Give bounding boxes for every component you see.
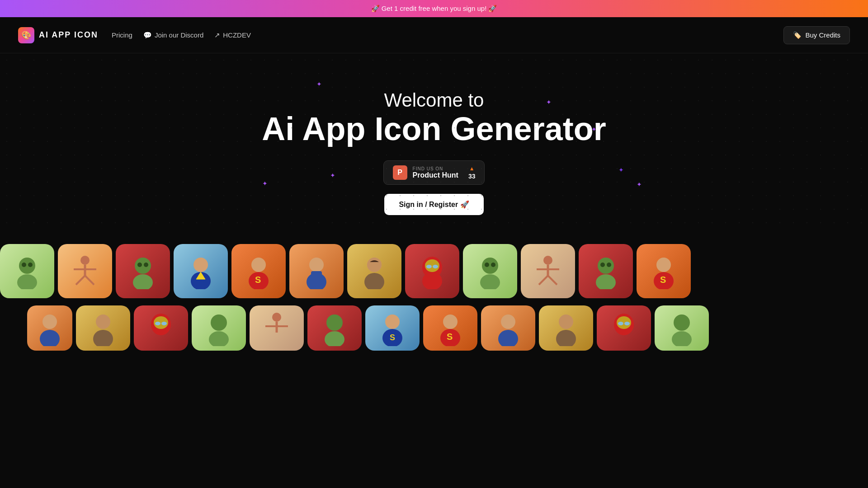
logo-icon: 🎨	[18, 27, 34, 43]
icon-card	[481, 305, 535, 351]
logo-text: AI APP ICON	[39, 30, 98, 40]
svg-point-31	[482, 258, 498, 274]
svg-point-12	[144, 263, 148, 267]
pricing-label: Pricing	[112, 31, 132, 39]
icon-card	[307, 305, 362, 351]
hczdev-icon: ↗	[214, 31, 220, 39]
icon-card	[655, 305, 709, 351]
svg-point-0	[19, 258, 35, 274]
nav-hczdev[interactable]: ↗ HCZDEV	[214, 31, 251, 39]
icon-card	[539, 305, 593, 351]
icon-card	[250, 305, 304, 351]
navbar: 🎨 AI APP ICON Pricing 💬 Join our Discord…	[0, 17, 868, 53]
svg-point-74	[618, 322, 623, 325]
svg-rect-22	[311, 271, 322, 284]
icon-image	[69, 253, 101, 289]
svg-point-68	[501, 314, 515, 329]
nav-links: Pricing 💬 Join our Discord ↗ HCZDEV	[112, 31, 783, 39]
icon-image	[532, 253, 564, 289]
icon-image: S	[646, 253, 682, 289]
svg-point-1	[17, 274, 37, 289]
svg-text:S: S	[660, 275, 666, 285]
svg-point-32	[480, 274, 500, 289]
svg-point-28	[426, 265, 432, 268]
svg-text:S: S	[255, 275, 261, 285]
signin-label: Sign in / Register 🚀	[399, 201, 469, 208]
svg-text:S: S	[390, 333, 395, 342]
svg-point-11	[137, 263, 142, 267]
icon-image	[143, 310, 179, 346]
svg-point-43	[607, 263, 611, 267]
icon-image: S	[241, 253, 277, 289]
svg-point-49	[96, 314, 110, 329]
icon-card	[0, 244, 54, 298]
icon-image	[356, 253, 392, 289]
svg-point-13	[193, 258, 208, 272]
logo-area[interactable]: 🎨 AI APP ICON	[18, 27, 98, 43]
icon-image	[201, 310, 237, 346]
star-decoration-5: ✦	[637, 181, 642, 188]
discord-icon: 💬	[143, 31, 152, 39]
star-decoration-6: ✦	[262, 180, 268, 187]
svg-point-41	[596, 274, 616, 289]
icon-image	[588, 253, 624, 289]
icon-image	[298, 253, 335, 289]
svg-point-40	[598, 258, 614, 274]
star-decoration-2: ✦	[546, 99, 552, 106]
svg-point-2	[22, 263, 26, 267]
svg-point-75	[624, 322, 630, 325]
icon-card: S	[174, 244, 228, 298]
signin-button[interactable]: Sign in / Register 🚀	[384, 194, 483, 215]
icon-image	[32, 310, 68, 346]
product-hunt-count: ▲ 33	[468, 165, 476, 180]
star-decoration-4: ✦	[330, 172, 335, 179]
product-hunt-logo: P	[393, 165, 407, 180]
svg-point-48	[40, 330, 60, 346]
svg-line-38	[539, 276, 548, 285]
product-hunt-name: Product Hunt	[413, 171, 458, 179]
icon-image: S	[183, 253, 219, 289]
svg-point-17	[251, 258, 266, 272]
svg-point-9	[135, 258, 151, 274]
buy-credits-button[interactable]: 🏷️ Buy Credits	[783, 26, 850, 44]
svg-point-20	[309, 258, 324, 272]
svg-point-53	[155, 322, 160, 325]
svg-point-3	[28, 263, 33, 267]
svg-line-8	[85, 276, 94, 285]
icon-image	[490, 310, 526, 346]
nav-discord[interactable]: 💬 Join our Discord	[143, 31, 203, 39]
icon-card: S	[637, 244, 691, 298]
icon-card: S	[231, 244, 286, 298]
icon-image	[261, 310, 292, 346]
star-decoration-3: ✦	[591, 126, 597, 133]
icon-card	[347, 244, 401, 298]
nav-pricing[interactable]: Pricing	[112, 31, 132, 39]
icon-image	[664, 310, 700, 346]
product-hunt-number: 33	[468, 173, 476, 180]
icon-image	[606, 310, 642, 346]
icon-card	[597, 305, 651, 351]
svg-point-29	[433, 265, 438, 268]
svg-point-71	[556, 330, 576, 346]
icon-card	[521, 244, 575, 298]
hczdev-label: HCZDEV	[223, 31, 251, 39]
icon-card: S	[365, 305, 420, 351]
svg-line-7	[76, 276, 85, 285]
promo-text: 🚀 Get 1 credit free when you sign up! 🚀	[371, 5, 497, 12]
product-hunt-badge[interactable]: P FIND US ON Product Hunt ▲ 33	[383, 160, 485, 185]
svg-point-50	[93, 330, 113, 346]
icon-card	[405, 244, 459, 298]
svg-line-39	[548, 276, 557, 285]
icon-image	[125, 253, 161, 289]
svg-point-62	[385, 314, 400, 329]
icon-image	[9, 253, 45, 289]
icon-row-2: S S	[27, 304, 709, 352]
icon-card	[289, 244, 344, 298]
svg-point-55	[211, 314, 227, 331]
svg-point-54	[161, 322, 167, 325]
icon-image	[85, 310, 121, 346]
icon-image	[472, 253, 508, 289]
svg-point-42	[600, 263, 605, 267]
icon-card	[76, 305, 130, 351]
svg-point-61	[325, 331, 344, 346]
